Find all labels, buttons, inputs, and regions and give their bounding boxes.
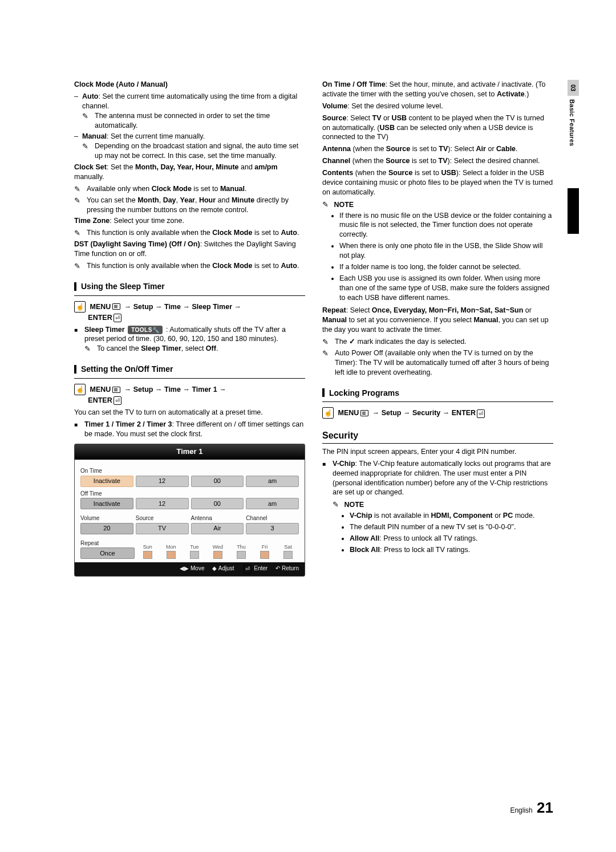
source-value[interactable]: TV — [136, 523, 189, 534]
day-mon[interactable]: Mon — [160, 543, 182, 559]
note-icon — [322, 348, 332, 359]
note-icon — [322, 201, 332, 209]
repeat-label: Repeat — [80, 539, 135, 547]
off-time-ampm[interactable]: am — [246, 498, 299, 509]
clock-set-note-2: You can set the Month, Day, Year, Hour a… — [74, 196, 305, 215]
list-item: When there is only one photo file in the… — [339, 241, 553, 261]
sleep-cancel-note: To cancel the Sleep Timer, select Off. — [84, 344, 305, 354]
day-tue[interactable]: Tue — [184, 543, 205, 559]
auto-note-text: The antenna must be connected in order t… — [95, 112, 270, 129]
off-time-label: Off Time — [80, 490, 299, 498]
menu-icon — [111, 303, 122, 311]
day-fri[interactable]: Fri — [254, 543, 275, 559]
antenna-line: Antenna (when the Source is set to TV): … — [322, 144, 553, 154]
on-time-label: On Time — [80, 467, 299, 475]
volume-value[interactable]: 20 — [80, 523, 133, 534]
auto-note: The antenna must be connected in order t… — [82, 111, 305, 131]
manual-desc: : Set the current time manually. — [107, 132, 205, 140]
section-title: Setting the On/Off Timer — [81, 364, 305, 375]
repeat-value[interactable]: Once — [80, 547, 135, 559]
check-icon — [349, 338, 355, 346]
manual-label: Manual — [82, 132, 107, 140]
left-column: Clock Mode (Auto / Manual) Auto: Set the… — [74, 80, 305, 581]
right-column: On Time / Off Time: Set the hour, minute… — [322, 80, 553, 581]
footer-return: ↶ Return — [275, 565, 299, 574]
footer-adjust: ◆ Adjust — [212, 565, 234, 574]
note-icon — [74, 261, 84, 271]
off-time-hour[interactable]: 12 — [136, 498, 189, 509]
section-divider — [74, 295, 305, 296]
side-tab-marker — [568, 188, 579, 234]
onoff-path: MENU → Setup → Time → Timer 1 → ENTER — [74, 384, 305, 405]
repeat-line: Repeat: Select Once, Everyday, Mon~Fri, … — [322, 306, 553, 335]
manual-note: Depending on the broadcast station and s… — [82, 141, 305, 161]
section-title: Using the Sleep Timer — [81, 281, 305, 292]
vchip-item: V-Chip: The V-Chip feature automatically… — [322, 459, 553, 555]
auto-desc: : Set the current time automatically usi… — [82, 92, 297, 110]
menu-icon — [111, 386, 122, 393]
section-locking: Locking Programs — [322, 388, 553, 399]
list-item: The default PIN number of a new TV set i… — [350, 522, 553, 532]
footer-enter: Enter — [242, 565, 268, 574]
on-time-activate[interactable]: Inactivate — [80, 476, 133, 487]
list-item: Block All: Press to lock all TV ratings. — [350, 545, 553, 555]
chapter-title: Basic Features — [568, 99, 576, 173]
page-number: English 21 — [510, 798, 553, 818]
page: 03 Basic Features Clock Mode (Auto / Man… — [0, 0, 616, 852]
channel-line: Channel (when the Source is set to TV): … — [322, 156, 553, 166]
note-icon — [84, 344, 94, 354]
locking-path: MENU → Setup → Security → ENTER — [322, 408, 553, 419]
security-heading: Security — [322, 429, 553, 442]
list-item: If a folder name is too long, the folder… — [339, 262, 553, 272]
timer-1-panel: Timer 1 On Time Inactivate 12 00 am Off … — [74, 444, 305, 577]
usb-notes: NOTE If there is no music file on the US… — [322, 200, 553, 303]
list-item: If there is no music file on the USB dev… — [339, 211, 553, 240]
auto-label: Auto — [82, 92, 98, 100]
note-icon — [74, 184, 84, 194]
channel-value[interactable]: 3 — [246, 523, 299, 534]
day-wed[interactable]: Wed — [207, 543, 229, 559]
clock-set-note-1: Available only when Clock Mode is set to… — [74, 184, 305, 194]
section-title: Locking Programs — [329, 388, 553, 399]
note-icon — [322, 337, 332, 347]
source-line: Source: Select TV or USB content to be p… — [322, 113, 553, 143]
on-time-minute[interactable]: 00 — [191, 476, 244, 487]
clock-set-line: Clock Set: Set the Month, Day, Year, Hou… — [74, 163, 305, 182]
note-icon — [74, 196, 84, 206]
dst-line: DST (Daylight Saving Time) (Off / On): S… — [74, 240, 305, 259]
contents-line: Contents (when the Source is set to USB)… — [322, 168, 553, 197]
auto-power-off-note: Auto Power Off (available only when the … — [322, 348, 553, 378]
tools-badge: TOOLS🔧 — [128, 326, 163, 335]
sleep-path: MENU → Setup → Time → Sleep Timer → ENTE… — [74, 302, 305, 323]
pin-line: The PIN input screen appears, Enter your… — [322, 447, 553, 457]
antenna-value[interactable]: Air — [191, 523, 244, 534]
enter-icon — [242, 565, 253, 571]
off-time-activate[interactable]: Inactivate — [80, 498, 133, 509]
on-time-hour[interactable]: 12 — [136, 476, 189, 487]
day-sun[interactable]: Sun — [137, 543, 159, 559]
list-item: V-Chip is not available in HDMI, Compone… — [350, 511, 553, 521]
antenna-label: Antenna — [191, 514, 244, 522]
hand-icon — [322, 407, 334, 419]
on-off-time-line: On Time / Off Time: Set the hour, minute… — [322, 80, 553, 99]
note-icon — [82, 141, 92, 152]
footer-move: ◀▶ Move — [180, 565, 204, 574]
off-time-minute[interactable]: 00 — [191, 498, 244, 509]
sleep-timer-item: Sleep Timer TOOLS🔧 : Automatically shuts… — [74, 325, 305, 354]
section-bar-icon — [74, 365, 76, 374]
note-icon — [82, 111, 92, 121]
on-time-ampm[interactable]: am — [246, 476, 299, 487]
volume-line: Volume: Set the desired volume level. — [322, 102, 553, 111]
section-bar-icon — [74, 282, 76, 291]
list-item: Allow All: Press to unlock all TV rating… — [350, 534, 553, 543]
day-sat[interactable]: Sat — [277, 543, 299, 559]
day-thu[interactable]: Thu — [230, 543, 252, 559]
enter-icon — [112, 396, 123, 404]
section-onoff-timer: Setting the On/Off Timer — [74, 364, 305, 375]
section-sleep-timer: Using the Sleep Timer — [74, 281, 305, 292]
hand-icon — [74, 301, 86, 313]
clock-mode-heading: Clock Mode (Auto / Manual) — [74, 80, 305, 90]
list-item: Each USB you use is assigned its own fol… — [339, 274, 553, 303]
timer-labels-item: Timer 1 / Timer 2 / Timer 3: Three diffe… — [74, 420, 305, 439]
enter-icon — [476, 409, 486, 417]
